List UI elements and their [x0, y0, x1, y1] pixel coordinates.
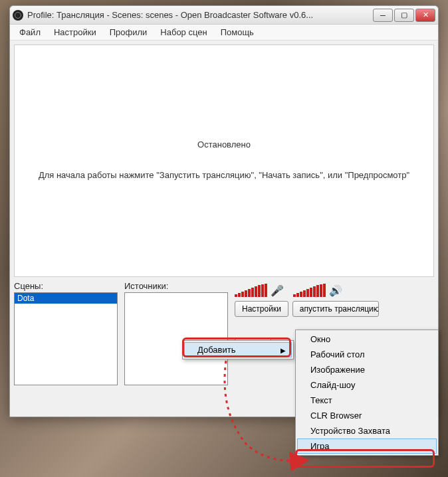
submenu-arrow-icon: ▶ [280, 346, 286, 353]
add-source-submenu: Окно Рабочий стол Изображение Слайд-шоу … [295, 330, 439, 456]
submenu-text[interactable]: Текст [297, 393, 437, 408]
close-button[interactable]: ✕ [415, 9, 435, 22]
ctx-add-label: Добавить [197, 345, 235, 355]
status-text: Остановлено [197, 140, 251, 149]
window-title: Profile: Трансляция - Scenes: scenes - O… [27, 10, 373, 20]
obs-app-icon [13, 10, 23, 21]
submenu-window[interactable]: Окно [297, 332, 437, 347]
menubar: Файл Настройки Профили Набор сцен Помощь [10, 25, 438, 41]
sources-listbox[interactable] [124, 292, 228, 385]
titlebar: Profile: Трансляция - Scenes: scenes - O… [10, 6, 438, 25]
settings-button[interactable]: Настройки [235, 301, 288, 317]
scenes-label: Сцены: [14, 281, 118, 291]
minimize-button[interactable]: ─ [373, 9, 393, 22]
submenu-clr-browser[interactable]: CLR Browser [297, 408, 437, 423]
scenes-panel: Сцены: Dota [14, 281, 118, 401]
menu-profiles[interactable]: Профили [103, 25, 154, 39]
speaker-icon[interactable]: 🔊 [329, 284, 342, 297]
sources-context-menu: Добавить ▶ [182, 340, 294, 359]
maximize-button[interactable]: ▢ [394, 9, 414, 22]
sources-label: Источники: [124, 281, 228, 291]
scenes-listbox[interactable]: Dota [14, 292, 118, 385]
mic-meter[interactable]: 🎤 [235, 282, 284, 297]
menu-settings[interactable]: Настройки [47, 25, 103, 39]
desktop-meter[interactable]: 🔊 [293, 282, 342, 297]
submenu-slideshow[interactable]: Слайд-шоу [297, 377, 437, 393]
window-controls: ─ ▢ ✕ [373, 9, 435, 22]
submenu-capture-device[interactable]: Устройство Захвата [297, 423, 437, 438]
audio-meters: 🎤 🔊 [235, 282, 434, 297]
menu-file[interactable]: Файл [13, 25, 47, 39]
submenu-desktop[interactable]: Рабочий стол [297, 347, 437, 362]
ctx-add[interactable]: Добавить ▶ [184, 342, 292, 357]
submenu-image[interactable]: Изображение [297, 362, 437, 377]
menu-help[interactable]: Помощь [214, 25, 261, 39]
start-stream-button[interactable]: апустить трансляцию [292, 301, 379, 317]
microphone-icon[interactable]: 🎤 [271, 284, 284, 297]
scene-item[interactable]: Dota [15, 293, 117, 304]
preview-area: Остановлено Для начала работы нажмите "З… [14, 45, 434, 277]
submenu-game[interactable]: Игра [297, 438, 437, 454]
menu-scene-collection[interactable]: Набор сцен [154, 25, 213, 39]
hint-text: Для начала работы нажмите "Запустить тра… [39, 169, 409, 181]
